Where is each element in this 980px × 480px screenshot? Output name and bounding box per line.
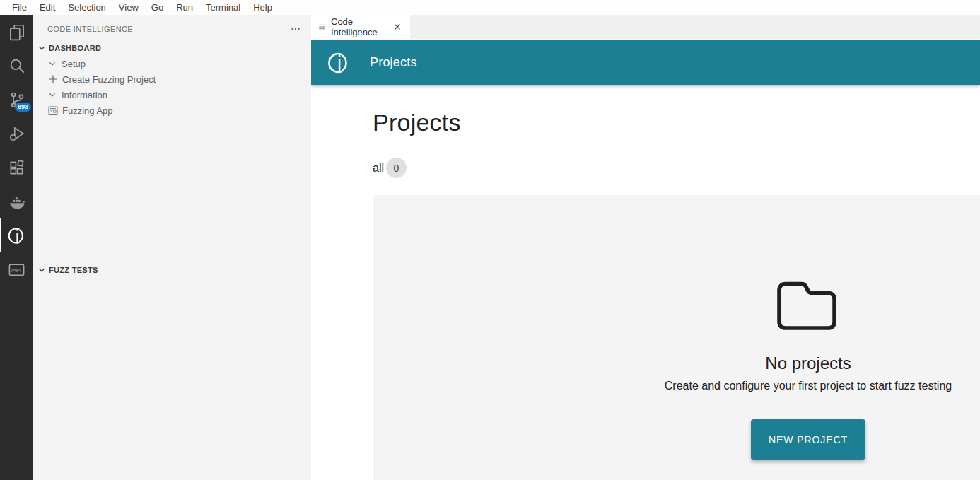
tree-item-fuzzing-app[interactable]: Fuzzing App bbox=[33, 103, 311, 118]
webview-icon bbox=[318, 22, 326, 32]
new-project-button[interactable]: NEW PROJECT bbox=[751, 419, 865, 460]
tree-item-label: Create Fuzzing Project bbox=[62, 74, 156, 85]
search-icon[interactable] bbox=[0, 49, 33, 83]
tree-item-create-fuzzing-project[interactable]: Create Fuzzing Project bbox=[33, 71, 311, 87]
run-debug-icon[interactable] bbox=[0, 117, 33, 151]
section-label: DASHBOARD bbox=[49, 44, 101, 52]
more-actions-icon[interactable] bbox=[290, 23, 301, 35]
sidebar-title: CODE INTELLIGENCE bbox=[47, 25, 133, 33]
plus-icon bbox=[47, 74, 59, 85]
folder-icon bbox=[776, 279, 841, 334]
tab-label: Code Intelligence bbox=[331, 16, 387, 37]
section-label: FUZZ TESTS bbox=[49, 266, 98, 274]
chevron-down-icon bbox=[47, 89, 58, 100]
empty-state-title: No projects bbox=[765, 353, 851, 373]
extensions-icon[interactable] bbox=[0, 151, 33, 185]
code-intelligence-icon[interactable] bbox=[0, 218, 33, 252]
source-control-badge: 693 bbox=[15, 103, 31, 112]
menu-view[interactable]: View bbox=[112, 0, 145, 15]
menu-file[interactable]: File bbox=[6, 0, 33, 15]
sidebar-code-intelligence: CODE INTELLIGENCE DASHBOARD Setup Create… bbox=[33, 15, 311, 480]
app-bar: Projects bbox=[311, 40, 980, 85]
tree-item-label: Information bbox=[62, 90, 107, 100]
filter-count-badge: 0 bbox=[386, 158, 407, 178]
filter-label: all bbox=[373, 162, 384, 175]
activity-bar: 693 bbox=[0, 15, 33, 480]
fuzz-tests-pane: FUZZ TESTS bbox=[33, 257, 311, 278]
menu-selection[interactable]: Selection bbox=[62, 0, 112, 15]
tab-code-intelligence[interactable]: Code Intelligence bbox=[311, 15, 410, 39]
code-intelligence-logo-icon bbox=[327, 51, 351, 75]
projects-empty-card: No projects Create and configure your fi… bbox=[373, 195, 980, 480]
page-title: Projects bbox=[373, 109, 980, 136]
section-dashboard[interactable]: DASHBOARD bbox=[33, 40, 311, 56]
menu-go[interactable]: Go bbox=[145, 0, 170, 15]
docker-icon[interactable] bbox=[0, 185, 33, 218]
svg-text:/API: /API bbox=[11, 267, 21, 274]
explorer-icon[interactable] bbox=[0, 15, 33, 49]
webview-projects: Projects Projects all 0 No projects Crea… bbox=[311, 39, 980, 480]
tree-item-label: Setup bbox=[62, 59, 86, 69]
section-fuzz-tests[interactable]: FUZZ TESTS bbox=[33, 262, 311, 278]
app-window-icon bbox=[47, 105, 59, 116]
chevron-down-icon bbox=[36, 42, 47, 54]
close-icon[interactable] bbox=[392, 21, 403, 33]
tree-item-information[interactable]: Information bbox=[33, 87, 311, 103]
filter-all[interactable]: all 0 bbox=[373, 158, 407, 178]
menu-help[interactable]: Help bbox=[247, 0, 279, 15]
empty-state-description: Create and configure your first project … bbox=[665, 380, 952, 392]
tree-item-label: Fuzzing App bbox=[62, 105, 113, 116]
chevron-down-icon bbox=[36, 264, 47, 276]
appbar-title: Projects bbox=[370, 55, 417, 70]
tab-bar: Code Intelligence bbox=[311, 15, 980, 39]
menu-terminal[interactable]: Terminal bbox=[199, 0, 247, 15]
tree-item-setup[interactable]: Setup bbox=[33, 56, 311, 71]
dashboard-tree: DASHBOARD Setup Create Fuzzing Project I… bbox=[33, 40, 311, 118]
menu-run[interactable]: Run bbox=[170, 0, 199, 15]
chevron-down-icon bbox=[47, 58, 58, 69]
editor-group: Code Intelligence Projects bbox=[311, 15, 980, 480]
api-icon[interactable]: /API bbox=[0, 252, 33, 286]
source-control-icon[interactable]: 693 bbox=[0, 83, 33, 117]
menu-bar: File Edit Selection View Go Run Terminal… bbox=[0, 0, 980, 15]
menu-edit[interactable]: Edit bbox=[33, 0, 62, 15]
